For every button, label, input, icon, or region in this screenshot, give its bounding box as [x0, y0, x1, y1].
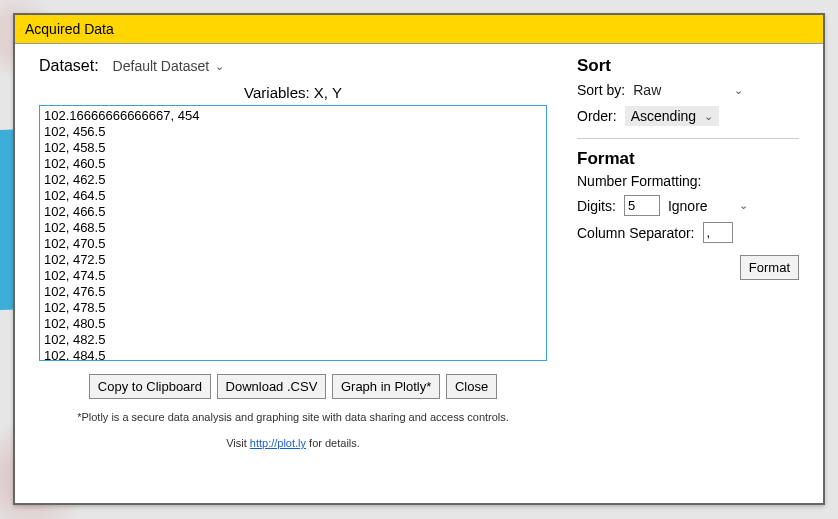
- digits-label: Digits:: [577, 198, 616, 214]
- copy-to-clipboard-button[interactable]: Copy to Clipboard: [89, 374, 211, 399]
- download-csv-button[interactable]: Download .CSV: [217, 374, 327, 399]
- acquired-data-dialog: Acquired Data Dataset: Default Dataset ⌄…: [13, 13, 825, 505]
- dialog-title: Acquired Data: [15, 15, 823, 44]
- sort-by-value: Raw: [633, 82, 726, 98]
- format-header: Format: [577, 149, 799, 169]
- format-button[interactable]: Format: [740, 255, 799, 280]
- plotly-link[interactable]: http://plot.ly: [250, 437, 306, 449]
- digits-mode-select[interactable]: Ignore ⌄: [668, 196, 748, 216]
- chevron-down-icon: ⌄: [704, 110, 713, 123]
- chevron-down-icon: ⌄: [739, 199, 748, 212]
- divider: [577, 138, 799, 139]
- plotly-footnote: *Plotly is a secure data analysis and gr…: [39, 411, 547, 423]
- order-value: Ascending: [631, 108, 696, 124]
- plotly-link-footnote: Visit http://plot.ly for details.: [39, 437, 547, 449]
- dataset-select[interactable]: Default Dataset ⌄: [109, 56, 229, 76]
- sort-by-label: Sort by:: [577, 82, 625, 98]
- variables-label: Variables: X, Y: [39, 84, 547, 101]
- chevron-down-icon: ⌄: [215, 60, 224, 73]
- number-formatting-label: Number Formatting:: [577, 173, 701, 189]
- chevron-down-icon: ⌄: [734, 84, 743, 97]
- digits-input[interactable]: [624, 195, 660, 216]
- dataset-selected-value: Default Dataset: [113, 58, 210, 74]
- column-separator-input[interactable]: [703, 222, 733, 243]
- order-select[interactable]: Ascending ⌄: [625, 106, 719, 126]
- order-label: Order:: [577, 108, 617, 124]
- data-textarea[interactable]: [39, 105, 547, 361]
- column-separator-label: Column Separator:: [577, 225, 695, 241]
- sort-by-select[interactable]: Raw ⌄: [633, 80, 743, 100]
- dataset-label: Dataset:: [39, 57, 99, 75]
- sort-header: Sort: [577, 56, 799, 76]
- graph-plotly-button[interactable]: Graph in Plotly*: [332, 374, 440, 399]
- close-button[interactable]: Close: [446, 374, 497, 399]
- digits-mode-value: Ignore: [668, 198, 708, 214]
